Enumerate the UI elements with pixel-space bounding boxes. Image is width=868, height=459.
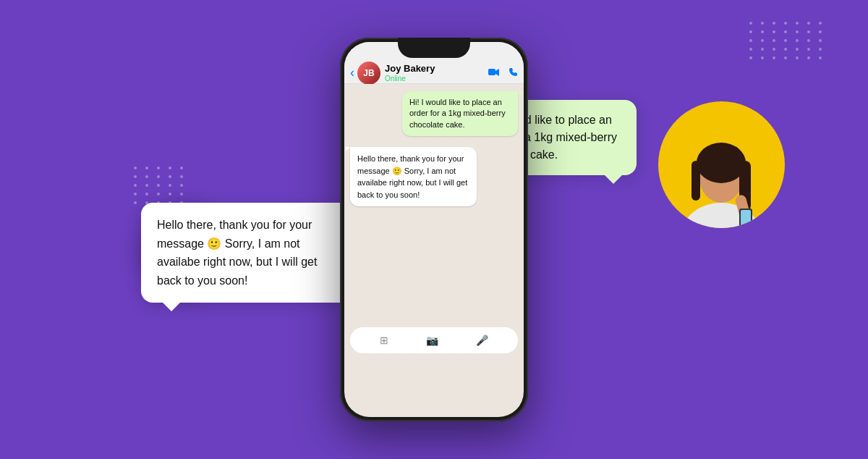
svg-point-3 [697, 143, 746, 183]
video-call-icon[interactable] [488, 67, 500, 79]
dot-pattern-top-right: const dotsTopRight = document.querySelec… [749, 22, 825, 59]
camera-icon: 📷 [426, 334, 438, 346]
chat-input-bar[interactable]: ⊞ 📷 🎤 [350, 327, 518, 353]
phone-call-icon[interactable] [509, 67, 518, 79]
contact-avatar: JB [357, 62, 380, 85]
contact-avatar-initials: JB [363, 68, 374, 78]
outer-received-bubble-text: Hello there, thank you for your message … [157, 219, 317, 287]
sticker-icon: ⊞ [380, 334, 388, 346]
received-bubble: Hello there, thank you for your message … [350, 147, 477, 206]
phone-outer-shell: ‹ JB Joy Bakery Online [340, 38, 528, 421]
svg-rect-9 [488, 69, 495, 75]
mic-icon: 🎤 [476, 334, 488, 346]
outer-received-bubble: Hello there, thank you for your message … [141, 203, 351, 303]
person-avatar-circle [658, 101, 785, 228]
chat-action-icons[interactable] [488, 67, 518, 79]
received-message: Hello there, thank you for your message … [350, 147, 518, 206]
phone-notch [398, 38, 470, 58]
contact-name: Joy Bakery [385, 63, 488, 75]
sent-message: Hi! I would like to place an order for a… [350, 91, 518, 136]
sent-message-text: Hi! I would like to place an order for a… [409, 98, 506, 129]
sent-bubble: Hi! I would like to place an order for a… [402, 91, 518, 136]
chat-messages-area: Hi! I would like to place an order for a… [344, 84, 524, 359]
svg-rect-8 [741, 210, 751, 227]
phone-mockup: ‹ JB Joy Bakery Online [340, 38, 528, 421]
svg-rect-5 [692, 161, 700, 201]
phone-screen: ‹ JB Joy Bakery Online [344, 42, 524, 417]
person-illustration [658, 101, 785, 228]
contact-status: Online [385, 75, 488, 83]
received-message-text: Hello there, thank you for your message … [357, 154, 467, 199]
back-arrow-icon[interactable]: ‹ [350, 65, 354, 80]
contact-info: Joy Bakery Online [385, 63, 488, 83]
dot-pattern-left: const dotsLeft = document.querySelector(… [134, 167, 186, 204]
